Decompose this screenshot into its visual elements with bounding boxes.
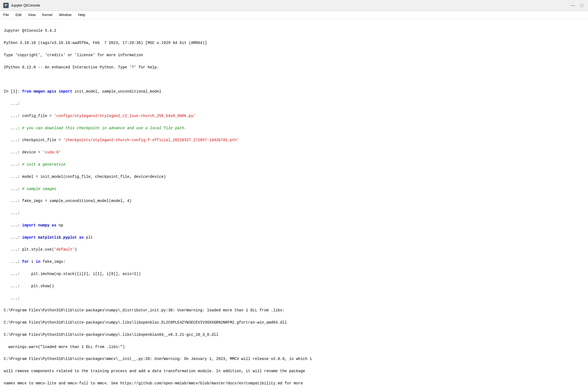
menu-edit[interactable]: Edit [14,12,23,17]
blank-line-1 [4,77,584,83]
startup-line-3: Type 'copyright', 'credits' or 'license'… [4,52,584,58]
continue-16: ...: plt.show() [4,283,584,289]
warning-7: names mmcv to mmcv-lite and mmcv-full to… [4,380,584,386]
continue-17: ...: [4,295,584,301]
menu-view[interactable]: View [27,12,37,17]
continue-6: ...: # init a generatvie [4,162,584,167]
startup-line-2: Python 3.10.10 (tags/v3.10.10:aad5f6a, F… [4,40,584,46]
continue-2: ...: config_file = 'configs/styleganv2/s… [4,113,584,119]
menu-window[interactable]: Window [58,12,73,17]
console-area: Jupyter QtConsole 5.4.2 Python 3.10.10 (… [0,19,588,389]
continue-12: ...: import matplotlib.pyplot as plt [4,235,584,241]
continue-8: ...: # sample images [4,186,584,192]
in-prompt-1: In [1]: from mmgen.apis import init_mode… [4,88,584,94]
continue-10: ...: [4,210,584,216]
title-bar: IP Jupyter QtConsole — □ [0,0,588,11]
menu-help[interactable]: Help [77,12,86,17]
warning-1: C:\Program Files\Python310\lib\site-pack… [4,307,584,313]
menu-file[interactable]: File [2,12,10,17]
maximize-button[interactable]: □ [579,3,585,8]
window-title: Jupyter QtConsole [11,3,40,7]
menu-bar: File Edit View Kernel Window Help [0,11,588,19]
warning-4: warnings.warn("loaded more than 1 DLL fr… [4,344,584,350]
warning-6: will remove components related to the tr… [4,368,584,374]
continue-3: ...: # you can download this checkpoint … [4,125,584,131]
warning-3: C:\Program Files\Python310\lib\site-pack… [4,332,584,338]
continue-4: ...: checkpoint_file = 'checkpoints/styl… [4,137,584,143]
continue-1: ...: [4,101,584,107]
startup-line-1: Jupyter QtConsole 5.4.2 [4,28,584,34]
minimize-button[interactable]: — [569,3,577,8]
continue-9: ...: fake_imgs = sample_unconditional_mo… [4,198,584,204]
app-icon: IP [3,3,9,8]
warning-5: C:\Program Files\Python310\lib\site-pack… [4,356,584,362]
continue-5: ...: device = 'cuda:0' [4,149,584,155]
continue-15: ...: plt.imshow(np.stack([i[2], i[1], i[… [4,271,584,277]
continue-13: ...: plt.style.use('default') [4,246,584,252]
menu-kernel[interactable]: Kernel [41,12,54,17]
continue-14: ...: for i in fake_imgs: [4,259,584,265]
continue-11: ...: import numpy as np [4,222,584,228]
continue-7: ...: model = init_model(config_file, che… [4,174,584,180]
warning-2: C:\Program Files\Python310\lib\site-pack… [4,320,584,325]
startup-line-4: IPython 8.12.0 -- An enhanced Interactiv… [4,64,584,70]
